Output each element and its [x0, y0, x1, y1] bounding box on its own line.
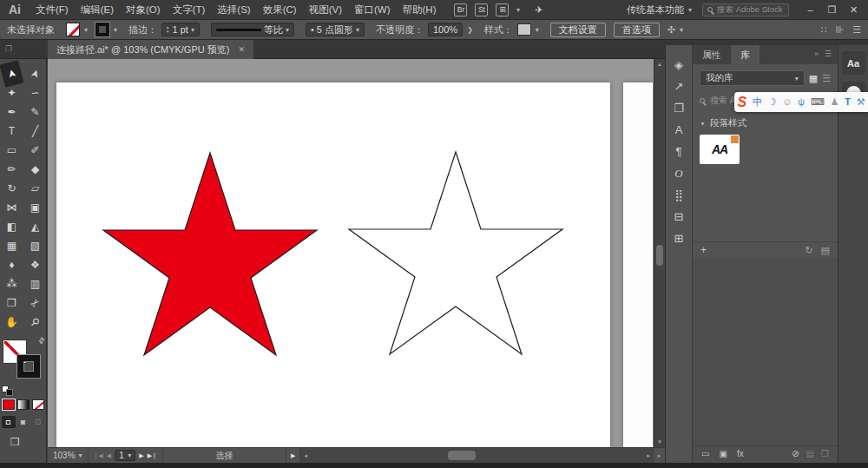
eraser-tool[interactable]: ◆ [23, 160, 47, 179]
mic-icon[interactable]: ψ [798, 97, 805, 107]
stroke-color-swatch[interactable] [17, 355, 40, 378]
pen-tool[interactable]: ✒ [0, 102, 23, 122]
expand-panels-icon[interactable]: » [814, 49, 819, 64]
paragraph-panel-icon[interactable]: ¶ [666, 141, 692, 162]
share-icon[interactable]: ✈ [532, 3, 545, 16]
shaper-tool[interactable]: ✏ [0, 160, 23, 179]
arrange-documents-caret[interactable]: ▾ [511, 3, 524, 16]
chevron-down-icon[interactable]: ▾ [191, 26, 194, 34]
fill-box-icon[interactable]: ▭ [701, 449, 709, 458]
stroke-box-icon[interactable]: ▣ [719, 449, 727, 458]
vertical-scrollbar[interactable]: ▴ ▾ [654, 59, 665, 447]
document-setup-button[interactable]: 文档设置 [550, 23, 606, 37]
chevron-down-icon[interactable]: ▾ [286, 26, 289, 34]
sogou-logo[interactable]: S [737, 96, 746, 109]
stock-search-input[interactable]: 搜索 Adobe Stock [702, 3, 789, 16]
scroll-left-icon[interactable]: ◂ [300, 452, 311, 459]
free-transform-tool[interactable]: ▣ [23, 198, 47, 217]
swap-fill-stroke-icon[interactable]: ⇄ [36, 335, 47, 346]
menu-effect[interactable]: 效果(C) [257, 3, 303, 16]
stroke-swatch[interactable] [95, 23, 109, 36]
chevron-down-icon[interactable]: ▾ [536, 26, 539, 34]
horizontal-scroll-thumb[interactable] [448, 451, 476, 460]
grid-icon[interactable]: ∷ [821, 24, 827, 36]
tab-properties[interactable]: 属性 [693, 45, 731, 64]
gradient-button[interactable] [17, 399, 30, 410]
trash-icon[interactable]: ▤ [821, 245, 830, 256]
rectangle-tool[interactable]: ▭ [0, 141, 23, 160]
arrange-documents-icon[interactable]: ⊞ [496, 3, 509, 16]
screen-mode-button[interactable]: ❒ [0, 436, 46, 448]
draw-inside-mode[interactable]: ⊡ [31, 416, 45, 428]
skin-icon[interactable]: T [845, 97, 851, 107]
menu-edit[interactable]: 编辑(E) [75, 3, 120, 16]
type-tool[interactable]: T [0, 122, 23, 141]
curvature-tool[interactable]: ✎ [23, 102, 47, 122]
menu-window[interactable]: 窗口(W) [348, 3, 397, 16]
lang-zh-icon[interactable]: 中 [753, 97, 762, 107]
color-button[interactable] [3, 399, 15, 410]
stock-icon[interactable]: St [475, 3, 488, 16]
shape-builder-tool[interactable]: ◧ [0, 217, 23, 236]
delete-icon[interactable]: ❒ [821, 449, 829, 458]
artboards-panel-icon[interactable]: ❐ [666, 97, 692, 119]
first-artboard-icon[interactable]: ❘◀ [94, 452, 103, 459]
artboard-tool[interactable]: ❐ [0, 293, 23, 313]
eyedropper-tool[interactable]: ♦ [0, 255, 23, 274]
symbol-sprayer-tool[interactable]: ⁂ [0, 274, 23, 293]
magic-wand-tool[interactable]: ✦ [0, 83, 23, 102]
previous-artboard-icon[interactable]: ◀ [107, 452, 111, 459]
keyboard-icon[interactable]: ⌨ [811, 97, 825, 107]
menu-object[interactable]: 对象(O) [120, 3, 167, 16]
panel-menu-icon[interactable]: ☰ [825, 49, 832, 64]
grid-view-icon[interactable]: ▦ [809, 73, 818, 84]
draw-normal-mode[interactable]: ◘ [2, 416, 16, 428]
paragraph-style-asset[interactable]: AA [700, 135, 740, 164]
chevron-down-icon[interactable]: ▾ [84, 26, 88, 34]
next-artboard-icon[interactable]: ▶ [139, 452, 143, 459]
artboard-number-input[interactable]: 1 ▾ [115, 450, 135, 461]
perspective-grid-tool[interactable]: ◭ [23, 217, 47, 236]
menu-file[interactable]: 文件(F) [30, 3, 75, 16]
opacity-input[interactable]: 100% [428, 23, 463, 36]
menu-view[interactable]: 视图(V) [303, 3, 348, 16]
restore-button[interactable]: ❐ [821, 4, 843, 16]
character-panel-icon[interactable]: A [666, 119, 692, 141]
menu-type[interactable]: 文字(T) [167, 3, 212, 16]
styles-panel-icon[interactable]: Aa [842, 51, 865, 75]
none-button[interactable] [32, 399, 44, 410]
scroll-up-icon[interactable]: ▴ [654, 59, 665, 69]
close-tab-icon[interactable]: ✕ [238, 45, 245, 54]
brush-select[interactable]: • 5 点圆形 ▾ [306, 23, 365, 36]
bridge-icon[interactable]: Br [454, 3, 467, 16]
line-segment-tool[interactable]: ╱ [23, 122, 47, 141]
menu-help[interactable]: 帮助(H) [397, 3, 443, 16]
blend-tool[interactable]: ❖ [23, 255, 47, 274]
scale-tool[interactable]: ▱ [23, 179, 47, 198]
status-expand-icon[interactable]: ▶ [286, 448, 300, 463]
add-item-button[interactable]: + [700, 244, 707, 256]
rotate-tool[interactable]: ↻ [0, 179, 23, 198]
width-tool[interactable]: ⋈ [0, 198, 23, 217]
more-options-arrow[interactable]: ❯ [467, 26, 473, 34]
chevron-down-icon[interactable]: ▾ [128, 452, 131, 459]
user-icon[interactable]: ♟ [830, 97, 838, 107]
toolbox-wrench-icon[interactable]: ⚒ [857, 97, 865, 107]
width-profile-select[interactable]: 等比 ▾ [211, 23, 294, 36]
export-panel-icon[interactable]: ↗ [666, 76, 692, 97]
night-mode-icon[interactable]: ☽ [768, 97, 777, 107]
fill-swatch-none[interactable] [66, 23, 80, 36]
scroll-right-icon[interactable]: ▸ [643, 452, 654, 459]
scrollbar-corner-icon[interactable]: ▸ [654, 452, 665, 459]
minimize-button[interactable]: – [799, 4, 821, 16]
zoom-tool[interactable]: ⚲ [20, 307, 50, 338]
opentype-panel-icon[interactable]: O [666, 162, 692, 184]
hand-tool[interactable]: ✋ [0, 313, 23, 332]
red-star[interactable] [97, 150, 323, 359]
workspace-switcher[interactable]: 传统基本功能 ▾ [627, 3, 692, 16]
stepper-arrows-icon[interactable]: ▴▾ [167, 25, 169, 34]
select-similar-icon[interactable]: ✣ [667, 24, 675, 36]
gradient-tool[interactable]: ▧ [23, 236, 47, 255]
effects-fx-icon[interactable]: fx [737, 449, 744, 458]
last-artboard-icon[interactable]: ▶❘ [148, 452, 157, 459]
